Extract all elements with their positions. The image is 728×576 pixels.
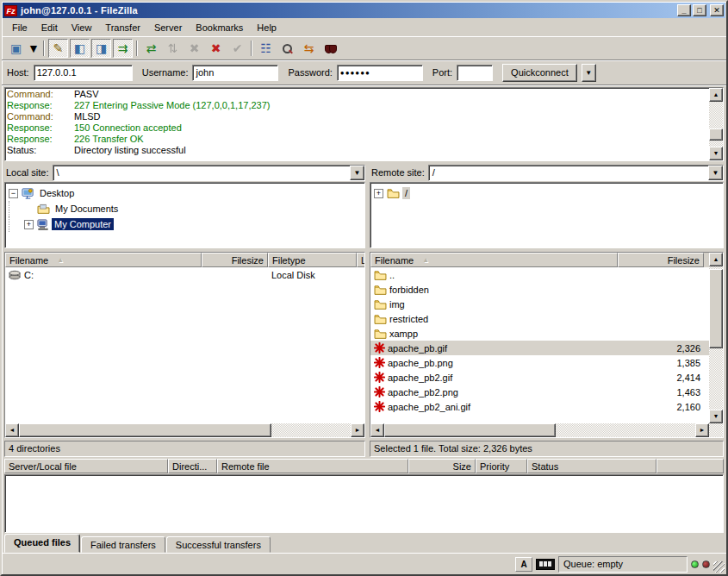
file-row-c-[interactable]: C:Local Disk xyxy=(5,267,364,282)
file-row-forbidden[interactable]: forbidden xyxy=(370,282,709,297)
toggle-remote-tree-button[interactable]: ◨ xyxy=(91,39,111,58)
site-manager-button[interactable]: ▣ xyxy=(6,39,26,58)
disconnect-button[interactable]: ✖ xyxy=(206,39,226,58)
chevron-down-icon[interactable]: ▼ xyxy=(350,166,364,180)
tree-item-my-documents[interactable]: My Documents xyxy=(9,201,363,216)
remote-vscrollbar[interactable]: ▲ ▼ xyxy=(709,253,723,437)
scroll-left-icon[interactable]: ◄ xyxy=(370,423,384,437)
cancel-operation-button[interactable]: ✖ xyxy=(184,39,204,58)
filesize-text: 2,414 xyxy=(618,373,704,383)
column-header-size[interactable]: Size xyxy=(408,459,476,473)
minimize-button[interactable]: _ xyxy=(677,4,691,16)
scroll-right-icon[interactable]: ► xyxy=(351,423,364,437)
menu-transfer[interactable]: Transfer xyxy=(98,20,147,35)
scroll-up-icon[interactable]: ▲ xyxy=(709,88,723,102)
scroll-down-icon[interactable]: ▼ xyxy=(709,410,723,423)
column-header-filename[interactable]: Filename▲ xyxy=(5,253,202,267)
scroll-right-icon[interactable]: ► xyxy=(695,423,709,437)
remote-vscrollbar-thumb[interactable] xyxy=(709,269,723,347)
encryption-indicator-icon[interactable] xyxy=(536,559,555,570)
file-search-button[interactable] xyxy=(277,39,297,58)
scroll-left-icon[interactable]: ◄ xyxy=(5,423,19,437)
file-row--[interactable]: .. xyxy=(370,267,709,282)
username-input[interactable] xyxy=(192,65,278,81)
file-row-apache-pb2-png[interactable]: apache_pb2.png1,463 xyxy=(370,385,709,399)
toolbar: ▣▼✎◧◨⇉⇄⇅✖✖✔☷⇆ xyxy=(2,37,726,60)
remote-hscrollbar-thumb[interactable] xyxy=(384,423,556,437)
reconnect-button[interactable]: ✔ xyxy=(227,39,247,58)
process-queue-icon: ⇅ xyxy=(168,42,178,54)
toggle-local-tree-button[interactable]: ◧ xyxy=(70,39,90,58)
refresh-button[interactable]: ⇄ xyxy=(141,39,161,58)
quickconnect-dropdown-button[interactable]: ▼ xyxy=(582,64,596,82)
file-row-apache-pb2-gif[interactable]: apache_pb2.gif2,414 xyxy=(370,370,709,385)
log-scrollbar[interactable]: ▲ ▼ xyxy=(709,88,723,160)
column-header-l[interactable]: L xyxy=(357,253,364,267)
file-row-apache-pb-png[interactable]: apache_pb.png1,385 xyxy=(370,355,709,370)
expand-icon[interactable]: + xyxy=(374,189,383,198)
column-header-directi-[interactable]: Directi... xyxy=(168,459,217,473)
maximize-button[interactable]: □ xyxy=(693,4,706,16)
toggle-message-log-button[interactable]: ✎ xyxy=(48,39,68,58)
expand-icon[interactable]: + xyxy=(24,220,34,229)
host-input[interactable] xyxy=(34,65,133,81)
menu-help[interactable]: Help xyxy=(250,20,283,35)
resize-grip[interactable] xyxy=(713,561,725,573)
close-button[interactable]: ✕ xyxy=(710,4,724,16)
image-icon xyxy=(374,372,385,383)
remote-hscrollbar[interactable]: ◄ ► xyxy=(370,423,709,437)
file-row-restricted[interactable]: restricted xyxy=(370,311,709,326)
chevron-down-icon[interactable]: ▼ xyxy=(708,166,723,180)
file-row-img[interactable]: img xyxy=(370,297,709,311)
site-manager-dropdown-button[interactable]: ▼ xyxy=(28,39,40,58)
password-input[interactable] xyxy=(337,65,423,81)
quickconnect-button[interactable]: Quickconnect xyxy=(502,64,577,82)
tab-successful-transfers[interactable]: Successful transfers xyxy=(166,536,271,553)
column-header-remote-file[interactable]: Remote file xyxy=(217,459,408,473)
column-header-priority[interactable]: Priority xyxy=(476,459,527,473)
scroll-down-icon[interactable]: ▼ xyxy=(709,147,723,160)
collapse-icon[interactable]: − xyxy=(9,189,18,198)
menu-bookmarks[interactable]: Bookmarks xyxy=(189,20,250,35)
tree-item-my-computer[interactable]: +My Computer xyxy=(9,216,363,232)
menu-server[interactable]: Server xyxy=(147,20,189,35)
scroll-up-icon[interactable]: ▲ xyxy=(709,253,723,266)
column-header-blank[interactable] xyxy=(656,459,724,473)
tree-item-desktop[interactable]: −Desktop xyxy=(9,185,363,201)
column-header-filename[interactable]: Filename▲ xyxy=(370,253,618,267)
local-hscrollbar-thumb[interactable] xyxy=(19,423,271,437)
local-site-combobox[interactable]: \ ▼ xyxy=(53,165,365,181)
column-header-server-local-file[interactable]: Server/Local file xyxy=(4,459,168,473)
process-queue-button[interactable]: ⇅ xyxy=(163,39,183,58)
log-scrollbar-thumb[interactable] xyxy=(709,128,723,141)
column-header-filesize[interactable]: Filesize xyxy=(202,253,268,267)
menu-edit[interactable]: Edit xyxy=(34,20,65,35)
column-header-filesize[interactable]: Filesize xyxy=(618,253,704,267)
toggle-transfer-queue-button[interactable]: ⇉ xyxy=(113,39,133,58)
toolbar-separator xyxy=(251,41,252,56)
local-site-bar: Local site: \ ▼ xyxy=(4,163,365,182)
tab-failed-transfers[interactable]: Failed transfers xyxy=(81,536,165,553)
tree-item--[interactable]: +/ xyxy=(374,185,721,201)
filename-text: C: xyxy=(24,270,34,280)
local-hscrollbar[interactable]: ◄ ► xyxy=(5,423,364,437)
column-header-filetype[interactable]: Filetype xyxy=(268,253,357,267)
menu-view[interactable]: View xyxy=(65,20,99,35)
remote-site-combobox[interactable]: / ▼ xyxy=(428,165,724,181)
file-row-xampp[interactable]: xampp xyxy=(370,326,709,341)
log-line-label: Command: xyxy=(7,89,74,100)
directory-comparison-button[interactable]: ⇆ xyxy=(299,39,319,58)
reconnect-icon: ✔ xyxy=(233,42,243,54)
file-row-apache-pb-gif[interactable]: apache_pb.gif2,326 xyxy=(370,341,709,355)
toggle-transfer-queue-icon: ⇉ xyxy=(118,42,128,54)
file-row-apache-pb2-ani-gif[interactable]: apache_pb2_ani.gif2,160 xyxy=(370,399,709,414)
synchronized-browsing-button[interactable] xyxy=(320,39,340,58)
port-input[interactable] xyxy=(457,65,493,81)
filename-filters-button[interactable]: ☷ xyxy=(256,39,276,58)
menu-file[interactable]: File xyxy=(5,20,34,35)
transfer-type-indicator-icon[interactable]: A xyxy=(515,557,532,572)
filename-text: .. xyxy=(389,270,395,280)
filezilla-app-icon[interactable]: Fz xyxy=(4,5,17,16)
tab-queued-files[interactable]: Queued files xyxy=(4,534,80,553)
column-header-status[interactable]: Status xyxy=(527,459,656,473)
